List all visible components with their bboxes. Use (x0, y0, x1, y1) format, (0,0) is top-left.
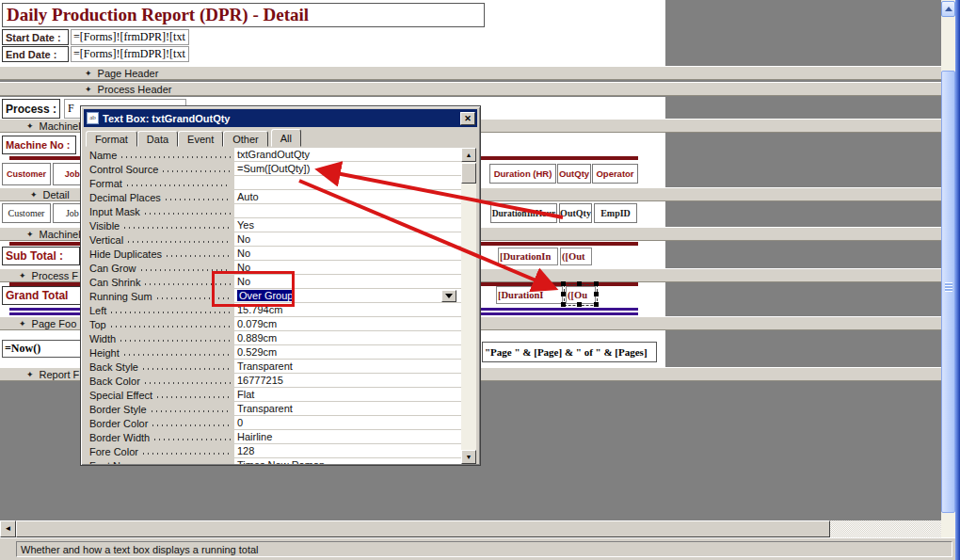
property-row-can-shrink[interactable]: Can ShrinkNo (86, 275, 462, 289)
vertical-scrollbar[interactable] (941, 0, 955, 537)
property-value[interactable]: Times New Roman (234, 458, 462, 464)
property-row-back-color[interactable]: Back Color16777215 (86, 374, 462, 388)
horizontal-scrollbar-thumb[interactable] (16, 520, 830, 537)
property-value[interactable]: Over Group (234, 289, 462, 303)
horizontal-scrollbar[interactable]: ◄ (0, 520, 941, 537)
close-icon[interactable]: ✕ (460, 112, 475, 125)
machine-no-label[interactable]: Machine No : (2, 136, 76, 154)
vertical-scrollbar-thumb[interactable] (941, 71, 955, 513)
detail-field-durationinhour[interactable]: DurationInHour (490, 203, 557, 223)
column-header-customer[interactable]: Customer (2, 163, 51, 185)
subtotal-outqty-textbox[interactable]: ([Out (560, 248, 592, 265)
property-row-left[interactable]: Left15.794cm (86, 303, 462, 317)
grand-total-label[interactable]: Grand Total (2, 286, 81, 305)
property-value[interactable]: 16777215 (234, 374, 462, 388)
property-row-top[interactable]: Top0.079cm (86, 317, 462, 331)
property-value[interactable]: 128 (234, 444, 462, 458)
selection-handle[interactable] (561, 292, 566, 296)
scroll-up-icon[interactable] (941, 1, 955, 17)
column-header-operator[interactable]: Operator (592, 164, 638, 184)
property-row-border-color[interactable]: Border Color0 (86, 416, 462, 430)
property-value[interactable]: 0.889cm (234, 331, 462, 345)
scroll-down-icon[interactable]: ▼ (461, 450, 476, 464)
section-bar-process-header[interactable]: ✦ Process Header (0, 82, 941, 96)
process-label[interactable]: Process : (2, 99, 60, 119)
property-row-special-effect[interactable]: Special EffectFlat (86, 388, 462, 402)
property-value[interactable]: Yes (234, 218, 462, 232)
now-expression-textbox[interactable]: =Now() (2, 340, 92, 358)
property-grid: NametxtGrandOutQtyControl Source=Sum([Ou… (86, 148, 462, 464)
dialog-scrollbar[interactable]: ▲ ▼ (461, 148, 476, 464)
tab-other[interactable]: Other (223, 131, 268, 147)
detail-field-customer[interactable]: Customer (2, 203, 51, 223)
start-date-textbox[interactable]: =[Forms]![frmDPR]![txt (71, 29, 189, 45)
property-value[interactable]: 15.794cm (234, 303, 462, 317)
property-row-border-width[interactable]: Border WidthHairline (86, 430, 462, 444)
property-value[interactable]: No (234, 232, 462, 247)
property-value[interactable]: 0 (234, 416, 462, 430)
selection-handle[interactable] (561, 281, 566, 286)
property-row-font-name[interactable]: Font NameTimes New Roman (86, 458, 462, 464)
scroll-left-icon[interactable]: ◄ (0, 520, 16, 537)
property-label: Border Color (86, 418, 234, 429)
dialog-scrollbar-thumb[interactable] (461, 163, 476, 184)
property-value[interactable]: Hairline (234, 430, 462, 444)
end-date-textbox[interactable]: =[Forms]![frmDPR]![txt (71, 46, 189, 62)
section-bar-page-header[interactable]: ✦ Page Header (0, 66, 941, 80)
section-collapse-icon: ✦ (85, 85, 92, 94)
detail-field-outqty[interactable]: OutQty (559, 203, 592, 223)
subtotal-duration-textbox[interactable]: [DurationIn (498, 248, 558, 265)
scroll-up-icon[interactable]: ▲ (461, 148, 476, 162)
property-value[interactable] (234, 176, 462, 190)
selection-handle[interactable] (594, 281, 599, 286)
property-row-back-style[interactable]: Back StyleTransparent (86, 360, 462, 374)
report-title-label[interactable]: Daily Production Report (DPR) - Detail (2, 3, 485, 27)
grand-total-duration-textbox[interactable]: [DurationI (496, 286, 563, 304)
dropdown-icon[interactable] (441, 290, 456, 302)
tab-data[interactable]: Data (137, 131, 178, 147)
tab-format[interactable]: Format (86, 131, 137, 147)
property-value[interactable]: No (234, 247, 462, 261)
property-value[interactable]: Flat (234, 388, 462, 402)
property-row-name[interactable]: NametxtGrandOutQty (86, 148, 462, 162)
property-value[interactable]: txtGrandOutQty (234, 148, 462, 162)
property-row-decimal-places[interactable]: Decimal PlacesAuto (86, 190, 462, 204)
sub-total-label[interactable]: Sub Total : (2, 247, 80, 265)
property-value[interactable]: No (234, 275, 462, 289)
property-row-height[interactable]: Height0.529cm (86, 345, 462, 360)
property-value[interactable]: =Sum([OutQty]) (234, 162, 462, 176)
page-number-expression-textbox[interactable]: "Page " & [Page] & " of " & [Pages] (482, 342, 657, 362)
property-row-control-source[interactable]: Control Source=Sum([OutQty]) (86, 162, 462, 176)
column-header-outqty[interactable]: OutQty (557, 164, 591, 184)
property-row-format[interactable]: Format (86, 176, 462, 190)
selection-handle[interactable] (577, 281, 582, 286)
property-row-input-mask[interactable]: Input Mask (86, 204, 462, 218)
section-collapse-icon: ✦ (19, 271, 26, 280)
end-date-label[interactable]: End Date : (2, 46, 69, 62)
property-row-can-grow[interactable]: Can GrowNo (86, 261, 462, 275)
tab-event[interactable]: Event (178, 131, 223, 147)
column-header-duration[interactable]: Duration (HR) (489, 164, 556, 184)
property-row-running-sum[interactable]: Running SumOver Group (86, 289, 462, 303)
tab-all[interactable]: All (271, 129, 301, 147)
property-value[interactable] (234, 204, 462, 218)
property-row-visible[interactable]: VisibleYes (86, 218, 462, 232)
start-date-label[interactable]: Start Date : (2, 29, 69, 45)
selection-handle[interactable] (594, 292, 599, 296)
property-value[interactable]: Transparent (234, 402, 462, 416)
dialog-title-bar[interactable]: ab Text Box: txtGrandOutQty ✕ (84, 109, 477, 127)
property-row-width[interactable]: Width0.889cm (86, 331, 462, 345)
property-row-border-style[interactable]: Border StyleTransparent (86, 402, 462, 416)
property-row-vertical[interactable]: VerticalNo (86, 232, 462, 247)
selection-handle[interactable] (561, 302, 566, 307)
selection-handle[interactable] (594, 302, 599, 307)
property-value[interactable]: Transparent (234, 360, 462, 374)
property-value[interactable]: 0.079cm (234, 317, 462, 331)
property-value[interactable]: Auto (234, 190, 462, 204)
property-value[interactable]: 0.529cm (234, 345, 462, 360)
selection-handle[interactable] (577, 302, 582, 307)
property-row-hide-duplicates[interactable]: Hide DuplicatesNo (86, 247, 462, 261)
detail-field-empid[interactable]: EmpID (594, 203, 637, 223)
property-row-fore-color[interactable]: Fore Color128 (86, 444, 462, 458)
property-value[interactable]: No (234, 261, 462, 275)
